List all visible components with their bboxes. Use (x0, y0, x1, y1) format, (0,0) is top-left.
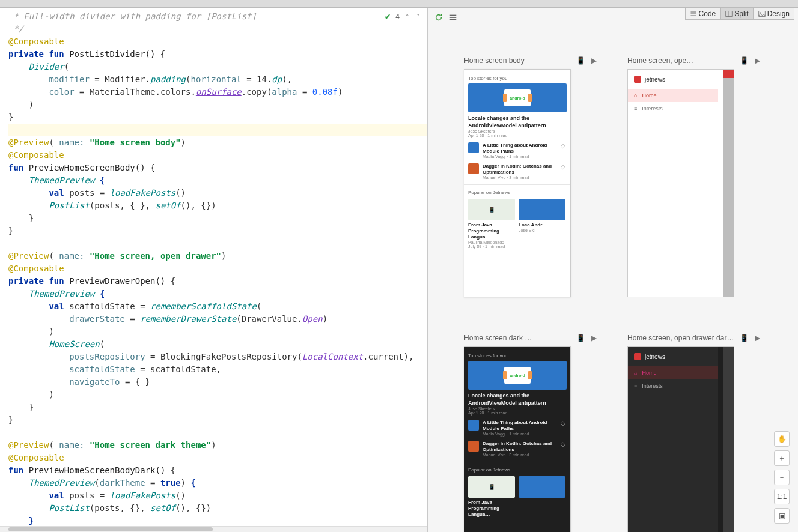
svg-point-3 (760, 12, 761, 13)
code-line[interactable] (8, 426, 427, 439)
code-line[interactable]: @Preview( name: "Home screen dark theme"… (8, 439, 427, 452)
preview-canvas[interactable]: Top stories for you android Locale chang… (464, 346, 571, 532)
preview-canvas[interactable]: Top stories for you android Locale chang… (464, 69, 571, 297)
code-area[interactable]: * Full-width divider with padding for [P… (0, 8, 427, 526)
code-line[interactable]: * Full-width divider with padding for [P… (8, 10, 427, 23)
prev-problem-button[interactable]: ˄ (404, 13, 410, 21)
code-line[interactable]: val scaffoldState = rememberScaffoldStat… (8, 300, 427, 313)
code-line[interactable]: val posts = loadFakePosts() (8, 187, 427, 199)
preview-canvas[interactable]: jetnews ⌂Home ≡Interests (627, 69, 734, 297)
view-mode-label: Code (699, 10, 716, 18)
code-line[interactable]: PostList(posts, { }, setOf(), {}) (8, 199, 427, 212)
view-mode-split[interactable]: Split (720, 8, 753, 20)
deploy-preview-button[interactable]: 📱 (739, 56, 749, 65)
code-line[interactable]: fun PreviewHomeScreenBodyDark() { (8, 464, 427, 477)
deploy-preview-button[interactable]: 📱 (576, 333, 585, 343)
code-line[interactable] (8, 237, 427, 250)
code-line[interactable]: ThemedPreview { (8, 174, 427, 187)
code-line[interactable]: } (8, 111, 427, 124)
bookmark-icon: ◇ (561, 163, 567, 170)
code-line[interactable]: private fun PreviewDrawerOpen() { (8, 275, 427, 288)
popular-card: 📱 From Java Programming Langua… Paulina … (468, 199, 515, 249)
code-line[interactable]: Divider( (8, 61, 427, 73)
code-line[interactable]: color = MaterialTheme.colors.onSurface.c… (8, 86, 427, 98)
code-line[interactable]: navigateTo = { } (8, 376, 427, 388)
preview-canvas[interactable]: jetnews ⌂Home ≡Interests (627, 346, 734, 532)
code-line[interactable]: @Preview( name: "Home screen body") (8, 136, 427, 149)
interactive-preview-button[interactable]: ▶ (752, 56, 762, 65)
preview-title: Home screen, ope… (627, 56, 736, 65)
code-line[interactable]: drawerState = rememberDrawerState(Drawer… (8, 313, 427, 325)
preview-title: Home screen, open drawer dar… (627, 334, 736, 342)
code-line[interactable]: @Preview( name: "Home screen, open drawe… (8, 250, 427, 262)
popular-card (519, 476, 565, 518)
problems-count[interactable]: 4 (395, 13, 400, 21)
code-line[interactable]: ) (8, 98, 427, 111)
hero-image: android (468, 361, 567, 390)
horizontal-scrollbar[interactable] (0, 526, 427, 532)
zoom-in-button[interactable]: ＋ (774, 450, 790, 466)
drawer-item-interests: ≡Interests (628, 102, 718, 115)
deploy-preview-button[interactable]: 📱 (739, 333, 749, 343)
interactive-preview-button[interactable]: ▶ (589, 56, 598, 65)
refresh-icon (434, 13, 443, 22)
zoom-out-button[interactable]: － (774, 470, 790, 485)
view-mode-code[interactable]: Code (685, 8, 721, 20)
view-mode-label: Split (734, 10, 748, 18)
thumbnail (519, 199, 565, 220)
drawer-item-home: ⌂Home (628, 366, 718, 379)
code-line[interactable]: */ (8, 23, 427, 35)
interactive-preview-button[interactable]: ▶ (752, 333, 762, 343)
code-line[interactable]: modifier = Modifier.padding(horizontal =… (8, 73, 427, 86)
code-line[interactable]: fun PreviewHomeScreenBody() { (8, 162, 427, 174)
check-icon: ✔ (385, 13, 391, 21)
code-line[interactable]: } (8, 401, 427, 414)
code-line[interactable]: @Composable (8, 35, 427, 48)
divider (464, 184, 570, 185)
code-line[interactable]: } (8, 212, 427, 225)
code-line[interactable]: ) (8, 325, 427, 338)
popular-card: Loca Andr Jose Ski (519, 199, 565, 249)
code-line[interactable]: val posts = loadFakePosts() (8, 489, 427, 502)
pan-button[interactable]: ✋ (774, 431, 790, 447)
code-line[interactable]: scaffoldState = scaffoldState, (8, 363, 427, 376)
view-mode-design[interactable]: Design (754, 8, 794, 20)
code-editor[interactable]: ✔ 4 ˄ ˅ * Full-width divider with paddin… (0, 8, 428, 532)
tab-strip (0, 0, 798, 8)
logo-icon (634, 76, 641, 83)
preview-home-screen-body: Home screen body 📱 ▶ Top stories for you… (464, 56, 598, 297)
code-line[interactable]: ThemedPreview(darkTheme = true) { (8, 477, 427, 489)
code-line[interactable] (8, 124, 427, 136)
thumbnail (468, 163, 479, 174)
code-line[interactable]: @Composable (8, 149, 427, 162)
refresh-preview-button[interactable] (434, 13, 443, 22)
zoom-fit-button[interactable]: ▣ (774, 508, 790, 524)
drawer-sheet: jetnews ⌂Home ≡Interests (628, 347, 718, 532)
code-line[interactable]: ThemedPreview { (8, 288, 427, 300)
bookmark-icon: ◇ (561, 441, 567, 447)
next-problem-button[interactable]: ˅ (415, 13, 421, 21)
thumbnail: 📱 (468, 199, 515, 220)
list-item: A Little Thing about Android Module Path… (468, 142, 567, 159)
code-line[interactable]: private fun PostListDivider() { (8, 48, 427, 61)
code-line[interactable]: postsRepository = BlockingFakePostsRepos… (8, 351, 427, 363)
preview-settings-button[interactable] (448, 13, 458, 22)
code-line[interactable]: } (8, 225, 427, 237)
code-line[interactable]: } (8, 414, 427, 426)
app-bar (723, 70, 734, 78)
thumbnail (468, 142, 479, 153)
interactive-preview-button[interactable]: ▶ (589, 333, 598, 343)
bookmark-icon: ◇ (561, 420, 567, 426)
code-line[interactable]: ) (8, 388, 427, 401)
split-icon (725, 10, 733, 17)
zoom-reset-button[interactable]: 1:1 (774, 489, 790, 504)
bookmark-icon: ◇ (561, 142, 567, 149)
lines-icon (690, 10, 697, 17)
code-line[interactable]: } (8, 515, 427, 526)
code-line[interactable]: @Composable (8, 452, 427, 464)
content-scrim (723, 78, 734, 297)
code-line[interactable]: PostList(posts, {}, setOf(), {}) (8, 502, 427, 515)
code-line[interactable]: @Composable (8, 262, 427, 275)
deploy-preview-button[interactable]: 📱 (576, 56, 585, 65)
code-line[interactable]: HomeScreen( (8, 338, 427, 351)
